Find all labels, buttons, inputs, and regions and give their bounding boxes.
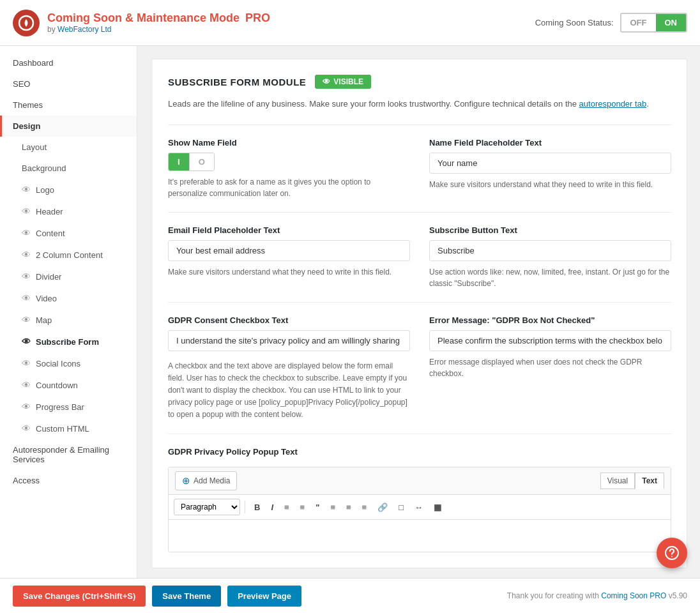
toolbar-bold[interactable]: B (250, 499, 264, 515)
gdpr-privacy-label: GDPR Privacy Policy Popup Text (168, 447, 671, 457)
eye-icon-countdown: 👁 (22, 380, 31, 390)
gdpr-checkbox-label: GDPR Consent Checkbox Text (168, 315, 410, 325)
subscribe-button-group: Subscribe Button Text Use action words l… (429, 225, 671, 289)
toolbar-fullscreen[interactable]: ↔ (410, 499, 427, 515)
sidebar-item-autoresponder[interactable]: Autoresponder & Emailing Services (0, 439, 137, 470)
gdpr-checkbox-input[interactable] (168, 330, 410, 351)
sidebar-item-layout[interactable]: Layout (0, 137, 137, 158)
divider-1 (168, 125, 671, 125)
add-media-icon: ⊕ (182, 475, 190, 487)
gdpr-error-label: Error Message: "GDPR Box Not Checked" (429, 315, 671, 325)
name-placeholder-input[interactable] (429, 153, 671, 174)
toolbar-link[interactable]: 🔗 (373, 499, 392, 515)
toggle-off-btn[interactable]: O (189, 153, 214, 170)
email-placeholder-input[interactable] (168, 240, 410, 261)
row-gdpr: GDPR Consent Checkbox Text A checkbox an… (168, 315, 671, 421)
gdpr-error-input[interactable] (429, 330, 671, 351)
editor-topbar: ⊕ Add Media Visual Text (169, 467, 671, 495)
autoresponder-tab-link[interactable]: autoresponder tab (579, 99, 647, 109)
sidebar-label-social-icons: Social Icons (36, 359, 80, 368)
sidebar-label-countdown: Countdown (36, 381, 78, 390)
toolbar-align-right[interactable]: ≡ (358, 499, 372, 515)
sidebar-item-logo[interactable]: 👁 Logo (0, 179, 137, 201)
app-title: Coming Soon & Maintenance Mode PRO (47, 11, 270, 25)
module-description: Leads are the lifeline of any business. … (168, 98, 671, 110)
sidebar-item-design[interactable]: Design (0, 116, 137, 137)
sidebar-item-access[interactable]: Access (0, 470, 137, 491)
visible-label: VISIBLE (333, 77, 363, 86)
sidebar-item-custom-html[interactable]: 👁 Custom HTML (0, 418, 137, 439)
help-fab-button[interactable] (657, 538, 687, 568)
sidebar-label-autoresponder: Autoresponder & Emailing Services (13, 445, 124, 464)
sidebar-item-divider[interactable]: 👁 Divider (0, 266, 137, 287)
subscribe-button-hint: Use action words like: new, now, limited… (429, 266, 671, 289)
app-logo (13, 10, 40, 36)
sidebar-label-divider: Divider (36, 272, 61, 282)
format-select[interactable]: Paragraph Heading 1 Heading 2 Heading 3 … (174, 499, 240, 515)
sidebar-item-header[interactable]: 👁 Header (0, 201, 137, 222)
sidebar-item-social-icons[interactable]: 👁 Social Icons (0, 352, 137, 374)
sidebar-item-themes[interactable]: Themes (0, 95, 137, 116)
show-name-field-group: Show Name Field I O It's preferable to a… (168, 138, 410, 199)
toolbar-italic[interactable]: I (266, 499, 278, 515)
sidebar-label-layout: Layout (22, 142, 47, 152)
gdpr-privacy-group: GDPR Privacy Policy Popup Text ⊕ Add Med… (168, 447, 671, 552)
toolbar-ordered-list[interactable]: ≡ (280, 499, 294, 515)
add-media-button[interactable]: ⊕ Add Media (175, 471, 237, 490)
row-name-field: Show Name Field I O It's preferable to a… (168, 138, 671, 199)
module-card: SUBSCRIBE FORM MODULE 👁 VISIBLE Leads ar… (150, 59, 687, 568)
status-toggle[interactable]: OFF ON (620, 13, 688, 33)
eye-icon-logo: 👁 (22, 185, 31, 195)
sidebar-item-background[interactable]: Background (0, 158, 137, 179)
sidebar-item-dashboard[interactable]: Dashboard (0, 52, 137, 73)
status-toggle-off[interactable]: OFF (621, 14, 656, 31)
sidebar-label-2column: 2 Column Content (36, 250, 103, 260)
sidebar-item-2column[interactable]: 👁 2 Column Content (0, 244, 137, 266)
toolbar-table[interactable]: ▦ (429, 499, 446, 515)
eye-icon-progress-bar: 👁 (22, 402, 31, 412)
name-placeholder-group: Name Field Placeholder Text Make sure vi… (429, 138, 671, 199)
status-toggle-on[interactable]: ON (656, 14, 687, 31)
editor-body[interactable] (169, 520, 671, 552)
sidebar-item-seo[interactable]: SEO (0, 73, 137, 95)
tab-visual[interactable]: Visual (600, 473, 635, 489)
sidebar-label-dashboard: Dashboard (13, 58, 54, 68)
toolbar-align-center[interactable]: ≡ (342, 499, 356, 515)
app-header: Coming Soon & Maintenance Mode PRO by We… (0, 0, 700, 46)
email-placeholder-hint: Make sure visitors understand what they … (168, 266, 410, 278)
toolbar-unlink[interactable]: □ (394, 499, 408, 515)
module-header: SUBSCRIBE FORM MODULE 👁 VISIBLE (168, 75, 671, 89)
sidebar-label-header: Header (36, 207, 63, 216)
toolbar-blockquote[interactable]: " (311, 499, 324, 515)
show-name-hint: It's preferable to ask for a name as it … (168, 176, 410, 199)
eye-icon-social-icons: 👁 (22, 358, 31, 368)
divider-2 (168, 212, 671, 213)
sidebar-item-video[interactable]: 👁 Video (0, 287, 137, 309)
toggle-on-btn[interactable]: I (169, 153, 189, 170)
eye-icon-content: 👁 (22, 228, 31, 238)
header-title-group: Coming Soon & Maintenance Mode PRO by We… (47, 11, 270, 34)
sidebar-item-countdown[interactable]: 👁 Countdown (0, 374, 137, 396)
webfactory-link[interactable]: WebFactory Ltd (57, 25, 111, 34)
divider-4 (168, 434, 671, 434)
tab-text[interactable]: Text (635, 473, 664, 489)
row-email-subscribe: Email Field Placeholder Text Make sure v… (168, 225, 671, 289)
sidebar-item-subscribe-form[interactable]: 👁 Subscribe Form (0, 331, 137, 352)
footer-bar: Save Changes (Ctrl+Shift+S) Save Theme P… (0, 578, 700, 581)
toolbar-align-left[interactable]: ≡ (326, 499, 340, 515)
sidebar-label-subscribe-form: Subscribe Form (36, 337, 99, 347)
subscribe-button-input[interactable] (429, 240, 671, 261)
sidebar-item-progress-bar[interactable]: 👁 Progress Bar (0, 396, 137, 418)
toolbar-divider (245, 501, 245, 513)
show-name-field-label: Show Name Field (168, 138, 410, 148)
show-name-toggle[interactable]: I O (168, 153, 215, 171)
sidebar-label-map: Map (36, 315, 52, 325)
sidebar-item-map[interactable]: 👁 Map (0, 309, 137, 331)
main-wrapper: Dashboard SEO Themes Design Layout Backg… (0, 46, 700, 581)
sidebar-label-video: Video (36, 294, 57, 303)
module-title: SUBSCRIBE FORM MODULE (168, 77, 306, 87)
sidebar-item-content[interactable]: 👁 Content (0, 222, 137, 244)
gdpr-error-group: Error Message: "GDPR Box Not Checked" Er… (429, 315, 671, 421)
toolbar-unordered-list[interactable]: ≡ (296, 499, 310, 515)
email-placeholder-group: Email Field Placeholder Text Make sure v… (168, 225, 410, 289)
